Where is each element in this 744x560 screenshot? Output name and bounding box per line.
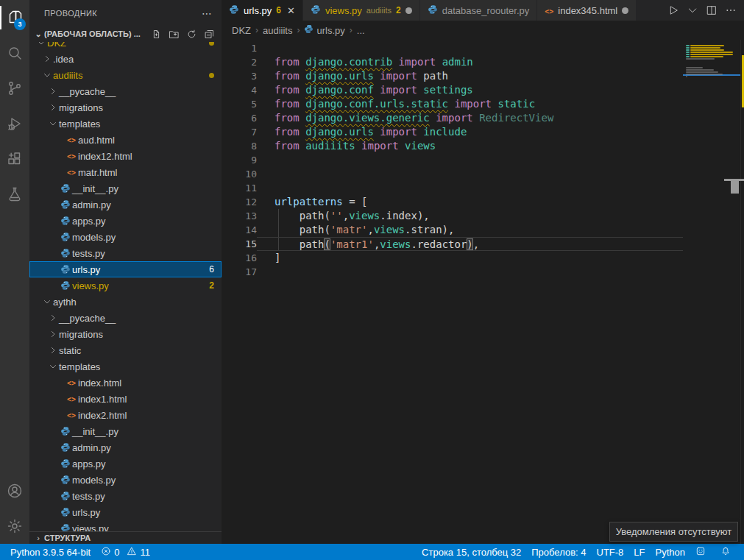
- settings-icon[interactable]: [0, 508, 29, 544]
- tree-item-index-html[interactable]: index.html: [29, 375, 222, 391]
- search-icon[interactable]: [0, 35, 29, 71]
- status-encoding[interactable]: UTF-8: [597, 547, 624, 558]
- tree-item-static[interactable]: static: [29, 342, 222, 358]
- tree-item-tests-py[interactable]: tests.py: [29, 488, 222, 504]
- tree-item-admin-py[interactable]: admin.py: [29, 439, 222, 456]
- tree-item-templates[interactable]: templates: [29, 358, 222, 375]
- more-actions-icon[interactable]: [725, 4, 737, 16]
- tab-database-roouter-py[interactable]: database_roouter.py: [420, 0, 538, 21]
- tree-item-templates[interactable]: templates: [29, 116, 222, 132]
- run-debug-icon[interactable]: [0, 106, 29, 141]
- code-line-15[interactable]: 15 path('matr1',views.redactor),: [222, 237, 683, 251]
- tree-item--pycache-[interactable]: __pycache__: [29, 83, 222, 99]
- code-line-17[interactable]: 17: [222, 265, 683, 279]
- source-control-icon[interactable]: [0, 71, 29, 106]
- tree-item-urls-py[interactable]: urls.py: [29, 504, 222, 520]
- new-file-icon[interactable]: [149, 27, 163, 40]
- collapse-all-icon[interactable]: [202, 27, 216, 40]
- sidebar-more-icon[interactable]: ⋯: [202, 7, 213, 19]
- html-file-icon: [65, 411, 78, 419]
- code-line-1[interactable]: 1: [222, 41, 683, 55]
- tree-item-models-py[interactable]: models.py: [29, 472, 222, 488]
- tree-item--pycache-[interactable]: __pycache__: [29, 310, 222, 326]
- tree-item--init-py[interactable]: __init__.py: [29, 180, 222, 196]
- breadcrumb-item-urls-py[interactable]: urls.py: [304, 24, 344, 36]
- code-editor[interactable]: 12from django.contrib import admin3from …: [222, 40, 744, 544]
- tree-item-tests-py[interactable]: tests.py: [29, 245, 222, 261]
- tree-item--init-py[interactable]: __init__.py: [29, 423, 222, 439]
- account-icon[interactable]: [0, 473, 29, 508]
- tree-item-migrations[interactable]: migrations: [29, 99, 222, 116]
- tab-index345-html[interactable]: index345.html: [537, 0, 637, 21]
- tree-item-label: urls.py: [72, 264, 100, 275]
- tree-item-index2-html[interactable]: index2.html: [29, 407, 222, 423]
- tree-item-dkz[interactable]: DKZ: [29, 42, 222, 51]
- code-line-4[interactable]: 4from django.conf import settings: [222, 83, 683, 97]
- tab-views-py[interactable]: views.pyaudiiits2: [303, 0, 420, 21]
- python-file-icon: [59, 491, 72, 501]
- status-cursor-position[interactable]: Строка 15, столбец 32: [422, 547, 521, 558]
- code-line-16[interactable]: 16]: [222, 251, 683, 265]
- overview-ruler[interactable]: [740, 40, 744, 544]
- code-line-12[interactable]: 12urlpatterns = [: [222, 195, 683, 209]
- tree-item-audiiits[interactable]: audiiits: [29, 67, 222, 83]
- close-icon[interactable]: ✕: [287, 5, 295, 16]
- code-line-11[interactable]: 11: [222, 181, 683, 195]
- tree-item-aud-html[interactable]: aud.html: [29, 132, 222, 148]
- run-dropdown-icon[interactable]: [687, 4, 698, 16]
- refresh-icon[interactable]: [185, 27, 198, 40]
- code-line-10[interactable]: 10: [222, 167, 683, 181]
- code-line-13[interactable]: 13 path('',views.index),: [222, 209, 683, 223]
- code-text: ]: [257, 251, 683, 265]
- code-line-7[interactable]: 7from django.urls import include: [222, 125, 683, 139]
- split-editor-icon[interactable]: [706, 4, 718, 16]
- modified-dot-icon[interactable]: [405, 7, 412, 14]
- tree-item-label: matr.html: [78, 167, 117, 178]
- tree-item-views-py[interactable]: views.py2: [29, 277, 222, 294]
- code-text: from django.views.generic import Redirec…: [257, 111, 683, 125]
- tree-item-aythh[interactable]: aythh: [29, 294, 222, 310]
- minimap[interactable]: [683, 40, 740, 544]
- line-number: 4: [222, 83, 257, 97]
- tree-item-models-py[interactable]: models.py: [29, 229, 222, 245]
- code-line-2[interactable]: 2from django.contrib import admin: [222, 55, 683, 69]
- status-python-interpreter[interactable]: Python 3.9.5 64-bit: [10, 547, 91, 558]
- modified-dot-icon[interactable]: [622, 7, 628, 14]
- run-icon[interactable]: [667, 4, 679, 16]
- code-line-14[interactable]: 14 path('matr',views.stran),: [222, 223, 683, 237]
- breadcrumb-item--[interactable]: ...: [357, 25, 365, 36]
- status-indentation[interactable]: Пробелов: 4: [531, 547, 586, 558]
- extensions-icon[interactable]: [0, 141, 29, 177]
- testing-icon[interactable]: [0, 177, 29, 212]
- explorer-icon[interactable]: 3: [0, 0, 29, 35]
- tree-item-admin-py[interactable]: admin.py: [29, 196, 222, 213]
- status-feedback[interactable]: [695, 546, 706, 559]
- tree-item-urls-py[interactable]: urls.py6: [29, 261, 222, 277]
- code-line-6[interactable]: 6from django.views.generic import Redire…: [222, 111, 683, 125]
- tree-item-matr-html[interactable]: matr.html: [29, 164, 222, 180]
- outline-section-header[interactable]: › СТРУКТУРА: [29, 531, 222, 544]
- tree-item-apps-py[interactable]: apps.py: [29, 213, 222, 229]
- tree-item-label: views.py: [72, 280, 109, 291]
- breadcrumb-item-dkz[interactable]: DKZ: [232, 25, 251, 36]
- status-notifications[interactable]: [716, 544, 735, 560]
- tree-item--idea[interactable]: .idea: [29, 51, 222, 67]
- code-line-5[interactable]: 5from django.conf.urls.static import sta…: [222, 97, 683, 111]
- code-line-3[interactable]: 3from django.urls import path: [222, 69, 683, 83]
- code-line-8[interactable]: 8from audiiits import views: [222, 139, 683, 153]
- code-line-9[interactable]: 9: [222, 153, 683, 167]
- tree-item-index12-html[interactable]: index12.html: [29, 148, 222, 164]
- new-folder-icon[interactable]: [167, 27, 180, 40]
- workspace-section-header[interactable]: ⌄ (РАБОЧАЯ ОБЛАСТЬ) ...: [29, 26, 222, 42]
- tree-item-migrations[interactable]: migrations: [29, 326, 222, 342]
- breadcrumb-label: DKZ: [232, 25, 251, 36]
- tab-problems-badge: 6: [276, 5, 281, 15]
- status-problems[interactable]: 011: [101, 546, 150, 559]
- tree-item-apps-py[interactable]: apps.py: [29, 456, 222, 472]
- status-language-mode[interactable]: Python: [656, 547, 685, 558]
- breadcrumb-item-audiiits[interactable]: audiiits: [263, 25, 292, 36]
- status-eol[interactable]: LF: [634, 547, 645, 558]
- tab-urls-py[interactable]: urls.py6✕: [222, 0, 303, 21]
- tree-item-index1-html[interactable]: index1.html: [29, 391, 222, 407]
- tree-item-views-py[interactable]: views.py: [29, 520, 222, 531]
